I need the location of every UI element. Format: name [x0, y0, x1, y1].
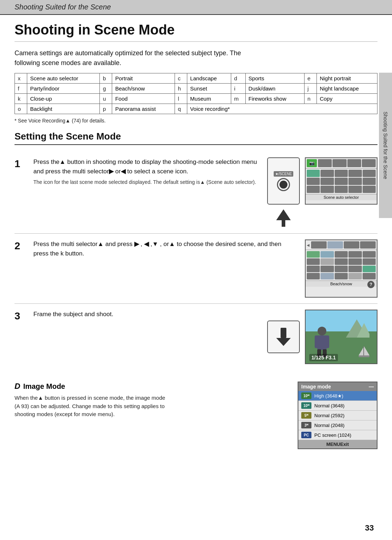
image-mode-body-1: When the▲ button is pressed in scene mod…	[15, 394, 290, 402]
image-mode-text: D Image Mode When the▲ button is pressed…	[15, 382, 290, 419]
shutter-down-arrow-icon	[273, 326, 294, 348]
top-banner: Shooting Suited for the Scene	[0, 0, 392, 15]
step-2: 2 Press the multi selector▲ and press ▶ …	[15, 234, 377, 304]
step-number-1: 1	[15, 158, 26, 170]
svg-rect-14	[359, 355, 369, 357]
step-2-images: ◀	[305, 239, 377, 298]
step-3: 3 Frame the subject and shoot.	[15, 304, 377, 370]
image-mode-label-3: Normal (2592)	[314, 413, 344, 418]
image-mode-label-1: High (3648★)	[314, 393, 343, 399]
image-mode-badge-4: 3ᴹ	[301, 422, 311, 428]
menu-exit-button[interactable]: MENUExit	[298, 440, 377, 448]
image-mode-label-4: Normal (2048)	[314, 423, 344, 428]
panel-minimize-icon: —	[369, 384, 374, 390]
svg-rect-9	[325, 335, 329, 348]
camera-button-diagram: ★/SCENE	[267, 157, 300, 205]
image-mode-title: Image Mode	[23, 382, 65, 391]
right-sidebar: Shooting Suited for the Scene	[379, 73, 392, 218]
step-3-text: Frame the subject and shoot.	[33, 310, 260, 319]
image-mode-row-4[interactable]: 3ᴹ Normal (2048)	[298, 420, 377, 430]
svg-rect-8	[315, 335, 319, 348]
intro-line1: Camera settings are automatically optimi…	[15, 49, 241, 57]
viewfinder-diagram: 1/125 F3.1	[305, 310, 377, 364]
scene-table: x Scene auto selector b Portrait c Lands…	[15, 73, 377, 114]
section-heading: Setting the Scene Mode	[15, 131, 377, 145]
mountain-icon	[344, 318, 369, 339]
sailboat-icon	[357, 344, 371, 359]
step-1: 1 Press the▲ button in shooting mode to …	[15, 152, 377, 234]
svg-rect-13	[363, 346, 364, 356]
main-content: Shooting in Scene Mode Camera settings a…	[0, 15, 392, 456]
image-mode-heading: D Image Mode	[15, 382, 290, 391]
table-row: x Scene auto selector b Portrait c Lands…	[15, 73, 377, 84]
sidebar-text: Shooting Suited for the Scene	[383, 112, 388, 179]
scene-label-1: Scene auto selector	[306, 194, 377, 200]
page-title: Shooting in Scene Mode	[15, 22, 377, 42]
image-mode-letter: D	[15, 382, 20, 391]
image-mode-badge-2: 10ᴹ	[301, 402, 311, 409]
svg-rect-1	[282, 220, 285, 227]
table-row: k Close-up u Food l Museum m Fireworks s…	[15, 94, 377, 104]
intro-line2: following scene modes are available.	[15, 59, 121, 67]
image-mode-row-2[interactable]: 10ᴹ Normal (3648)	[298, 401, 377, 411]
image-mode-panel: Image mode — 10ᴹ High (3648★) 10ᴹ Normal…	[298, 382, 377, 449]
image-mode-badge-5: PC	[301, 432, 311, 438]
footnote: * See Voice Recording▲ (74) for details.	[15, 118, 377, 124]
image-mode-body-3: shooting modes (except for movie menu).	[15, 410, 290, 419]
help-icon: ?	[367, 281, 375, 288]
step-3-content: Frame the subject and shoot.	[33, 310, 260, 321]
image-mode-section: D Image Mode When the▲ button is pressed…	[15, 376, 377, 449]
viewfinder-overlay-text: 1/125 F3.1	[309, 354, 338, 361]
svg-marker-0	[276, 209, 291, 220]
person-silhouette-icon	[313, 326, 331, 358]
table-row: f Party/indoor g Beach/snow h Sunset i D…	[15, 84, 377, 94]
banner-text: Shooting Suited for the Scene	[15, 3, 111, 11]
page-number: 33	[365, 523, 374, 533]
step-1-note: The icon for the last scene mode selecte…	[33, 179, 260, 186]
image-mode-badge-1: 10ᴹ	[301, 392, 311, 399]
step-number-3: 3	[15, 310, 26, 322]
svg-point-6	[318, 327, 326, 335]
image-mode-row-5[interactable]: PC PC screen (1024)	[298, 430, 377, 440]
image-mode-label-5: PC screen (1024)	[314, 432, 351, 438]
menu-exit-text: MENUExit	[326, 442, 349, 447]
step-1-text: Press the▲ button in shooting mode to di…	[33, 157, 260, 177]
svg-marker-3	[276, 338, 291, 346]
image-mode-label-2: Normal (3648)	[314, 403, 344, 408]
step-2-text: Press the multi selector▲ and press ▶ , …	[33, 239, 298, 259]
image-mode-badge-3: 5ᴹ	[301, 412, 311, 419]
shutter-button-diagram	[267, 321, 300, 353]
steps-container: 1 Press the▲ button in shooting mode to …	[15, 152, 377, 370]
camera-lens-icon	[277, 178, 290, 191]
step-1-images: ★/SCENE �	[267, 157, 377, 227]
up-arrow-icon	[274, 207, 293, 227]
step-1-content: Press the▲ button in shooting mode to di…	[33, 157, 260, 188]
image-mode-panel-title: Image mode —	[298, 382, 377, 391]
step-3-images: 1/125 F3.1	[267, 310, 377, 364]
camera-icon: 📷	[307, 159, 317, 167]
table-row: o Backlight p Panorama assist q Voice re…	[15, 104, 377, 114]
image-mode-body-2: (A 93) can be adjusted. Change made to t…	[15, 402, 290, 411]
svg-rect-2	[281, 328, 286, 338]
image-mode-row-3[interactable]: 5ᴹ Normal (2592)	[298, 411, 377, 420]
intro-paragraph: Camera settings are automatically optimi…	[15, 48, 377, 68]
panel-title-text: Image mode	[301, 384, 331, 390]
scene-grid-panel-1: 📷	[305, 157, 377, 205]
step-2-content: Press the multi selector▲ and press ▶ , …	[33, 239, 298, 261]
scene-grid-panel-2: ◀	[305, 239, 377, 298]
image-mode-row-1[interactable]: 10ᴹ High (3648★)	[298, 391, 377, 401]
scene-label-2: Beach/snow	[306, 281, 377, 287]
step-number-2: 2	[15, 240, 26, 252]
